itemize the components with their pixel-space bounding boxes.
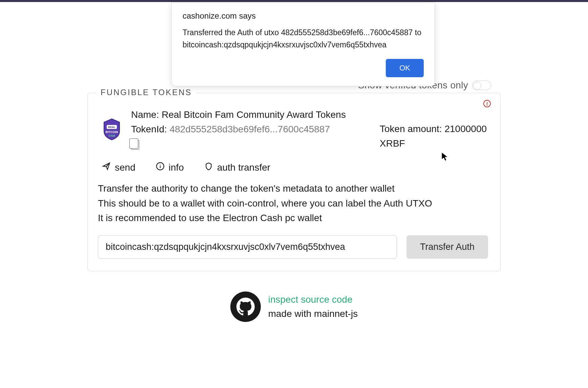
auth-transfer-description: Transfer the authority to change the tok… — [98, 181, 488, 225]
send-action[interactable]: send — [102, 162, 135, 173]
auth-transfer-label: auth transfer — [217, 162, 270, 173]
alert-origin: cashonize.com says — [183, 11, 424, 21]
inspect-source-link[interactable]: inspect source code — [268, 293, 358, 307]
alert-message: Transferred the Auth of utxo 482d555258d… — [183, 27, 424, 51]
info-icon — [156, 162, 165, 173]
auth-desc-line2: This should be to a wallet with coin-con… — [98, 196, 488, 211]
alert-actions: OK — [183, 59, 424, 77]
destination-address-input[interactable] — [98, 235, 397, 259]
auth-desc-line1: Transfer the authority to change the tok… — [98, 181, 488, 196]
transfer-auth-button[interactable]: Transfer Auth — [406, 235, 488, 259]
token-name-prefix: Name: — [131, 109, 162, 120]
alert-dialog: cashonize.com says Transferred the Auth … — [171, 2, 435, 86]
footer-text: inspect source code made with mainnet-js — [268, 293, 358, 321]
github-icon[interactable] — [230, 292, 261, 322]
warning-icon[interactable]: ! — [483, 100, 491, 107]
token-amount-line: Token amount: 21000000 — [380, 122, 488, 136]
token-row: REAL BITCOIN FAM Name: Real Bitcoin Fam … — [100, 107, 488, 154]
svg-point-6 — [160, 164, 161, 165]
info-label: info — [169, 162, 184, 173]
token-id-line: TokenId: 482d555258d3be69fef6...7600c458… — [131, 122, 372, 136]
token-amount-prefix: Token amount: — [380, 124, 444, 134]
made-with-label: made with mainnet-js — [268, 307, 358, 321]
verified-tokens-toggle[interactable] — [472, 81, 491, 90]
info-action[interactable]: info — [156, 162, 184, 173]
token-amount-block: Token amount: 21000000 XRBF — [380, 107, 488, 151]
auth-transfer-action[interactable]: auth transfer — [204, 162, 270, 173]
auth-desc-line3: It is recommended to use the Electron Ca… — [98, 211, 488, 225]
transfer-row: Transfer Auth — [98, 235, 488, 259]
send-icon — [102, 162, 111, 173]
svg-text:REAL: REAL — [108, 126, 115, 129]
alert-ok-button[interactable]: OK — [386, 59, 424, 77]
svg-text:BITCOIN: BITCOIN — [106, 130, 118, 134]
footer: inspect source code made with mainnet-js — [230, 292, 358, 322]
copy-icon[interactable] — [131, 140, 139, 150]
token-actions: send info auth transfer — [102, 162, 488, 173]
svg-text:FAM: FAM — [109, 134, 115, 137]
token-amount: 21000000 — [444, 124, 487, 134]
shield-icon — [204, 162, 213, 173]
send-label: send — [115, 162, 135, 173]
token-logo: REAL BITCOIN FAM — [100, 117, 124, 141]
token-meta: Name: Real Bitcoin Fam Community Award T… — [131, 107, 372, 154]
token-id: 482d555258d3be69fef6...7600c45887 — [170, 124, 330, 134]
token-name-line: Name: Real Bitcoin Fam Community Award T… — [131, 107, 372, 122]
section-legend: FUNGIBLE TOKENS — [97, 88, 196, 97]
fungible-tokens-card: FUNGIBLE TOKENS ! REAL BITCOIN FAM Name:… — [87, 93, 501, 271]
token-id-prefix: TokenId: — [131, 124, 170, 134]
token-symbol: XRBF — [380, 136, 488, 151]
token-name: Real Bitcoin Fam Community Award Tokens — [162, 109, 346, 120]
